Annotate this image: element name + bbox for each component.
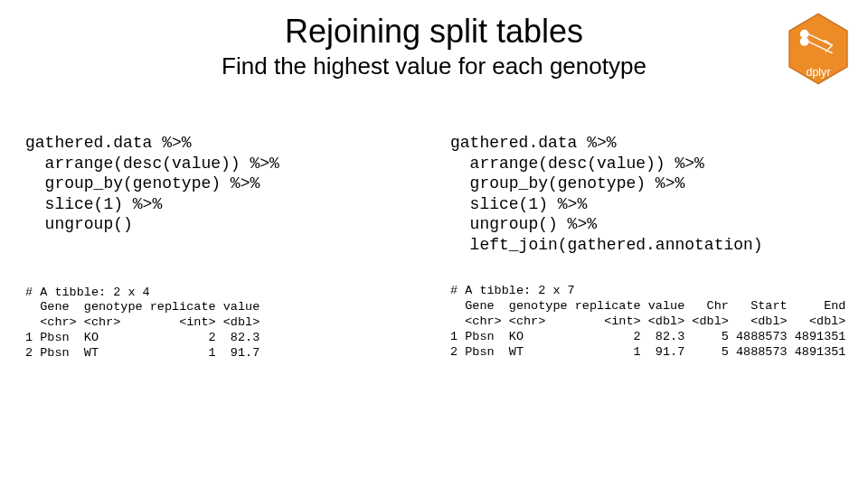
left-column: gathered.data %>% arrange(desc(value)) %… <box>25 133 434 361</box>
right-code-block: gathered.data %>% arrange(desc(value)) %… <box>450 133 845 255</box>
title-block: Rejoining split tables Find the highest … <box>25 13 843 80</box>
columns: gathered.data %>% arrange(desc(value)) %… <box>25 133 843 361</box>
dplyr-logo: dplyr <box>787 13 850 85</box>
slide: Rejoining split tables Find the highest … <box>0 0 868 488</box>
slide-subtitle: Find the highest value for each genotype <box>25 52 843 80</box>
slide-title: Rejoining split tables <box>25 13 843 51</box>
svg-point-2 <box>801 38 808 45</box>
hex-icon: dplyr <box>787 13 850 85</box>
right-output-block: # A tibble: 2 x 7 Gene genotype replicat… <box>450 284 845 360</box>
right-column: gathered.data %>% arrange(desc(value)) %… <box>434 133 845 361</box>
left-code-block: gathered.data %>% arrange(desc(value)) %… <box>25 133 418 235</box>
left-output-block: # A tibble: 2 x 4 Gene genotype replicat… <box>25 286 418 361</box>
logo-label: dplyr <box>806 66 830 79</box>
svg-point-1 <box>801 30 808 37</box>
